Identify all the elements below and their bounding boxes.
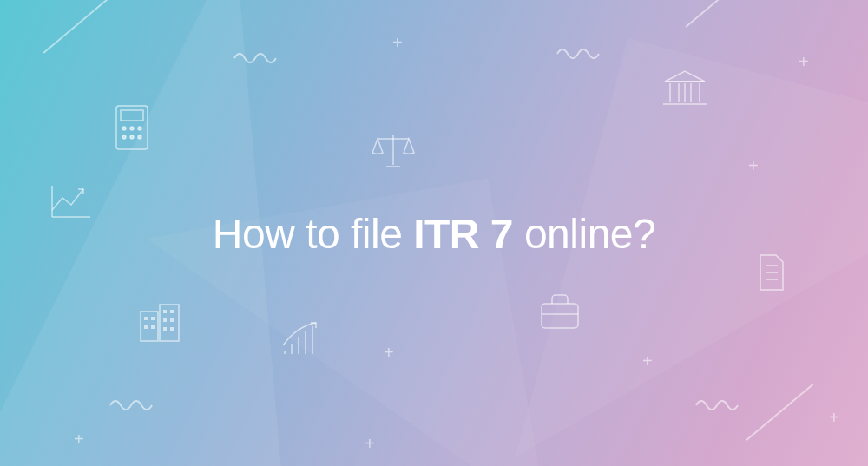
squiggle-icon [556, 43, 608, 61]
svg-rect-23 [151, 317, 155, 320]
briefcase-icon [536, 293, 583, 331]
buildings-icon [137, 299, 182, 345]
bank-icon [660, 68, 710, 109]
line-chart-icon [49, 182, 94, 220]
svg-rect-29 [170, 318, 174, 322]
svg-point-2 [122, 127, 126, 130]
calculator-icon [113, 102, 151, 153]
svg-point-5 [122, 135, 126, 139]
svg-rect-26 [163, 310, 167, 313]
title-part1: How to file [213, 210, 413, 256]
plus-icon: + [384, 343, 394, 363]
plus-icon: + [829, 408, 839, 428]
plus-icon: + [74, 430, 84, 450]
plus-icon: + [748, 156, 759, 176]
svg-rect-24 [144, 325, 148, 329]
svg-rect-1 [121, 110, 143, 121]
svg-rect-30 [163, 327, 167, 331]
squiggle-icon [694, 395, 746, 412]
document-icon [755, 252, 788, 293]
svg-point-4 [138, 127, 141, 130]
plus-icon: + [392, 33, 403, 53]
svg-point-6 [130, 135, 134, 139]
svg-point-3 [130, 127, 134, 130]
svg-rect-22 [144, 317, 148, 320]
svg-rect-37 [542, 304, 578, 328]
plus-icon: + [365, 434, 375, 454]
scales-icon [369, 130, 418, 172]
squiggle-icon [108, 395, 161, 412]
svg-point-7 [138, 135, 141, 139]
plus-icon: + [642, 351, 653, 371]
title-bold: ITR 7 [413, 210, 513, 256]
svg-rect-28 [163, 318, 167, 322]
page-title: How to file ITR 7 online? [213, 209, 655, 257]
svg-rect-21 [160, 305, 179, 341]
title-part2: online? [513, 210, 655, 256]
svg-rect-27 [170, 310, 174, 313]
svg-rect-25 [151, 325, 155, 329]
svg-rect-31 [170, 327, 174, 331]
svg-rect-20 [141, 312, 158, 341]
squiggle-icon [233, 48, 285, 65]
bar-chart-icon [279, 319, 321, 358]
plus-icon: + [799, 52, 809, 72]
